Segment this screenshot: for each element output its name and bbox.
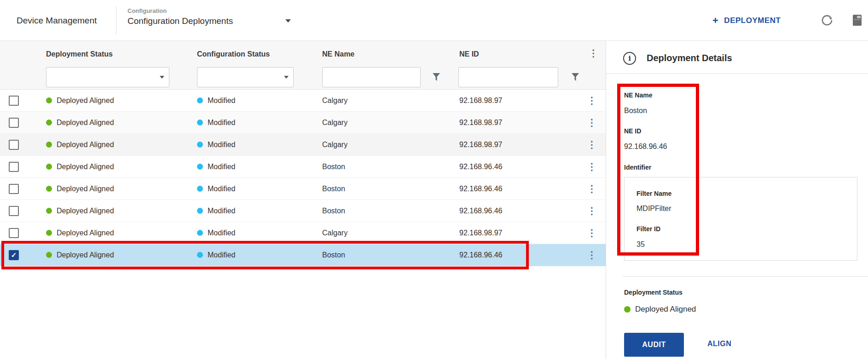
- filter-funnel-icon: [432, 72, 441, 82]
- ne-id-value: 92.168.96.46: [459, 251, 578, 259]
- filter-name-label: Filter Name: [637, 189, 671, 198]
- table-row[interactable]: Deployed Aligned Modified Calgary 92.168…: [0, 112, 606, 134]
- plus-icon: +: [712, 16, 718, 26]
- deployment-status-value: Deployed Aligned: [57, 251, 114, 259]
- configuration-status-dot-icon: [197, 186, 203, 192]
- row-menu-button[interactable]: ⋮: [587, 140, 597, 149]
- row-menu-button[interactable]: ⋮: [587, 96, 597, 105]
- table-body: Deployed Aligned Modified Calgary 92.168…: [0, 90, 606, 266]
- view-switcher-caret-icon[interactable]: [285, 19, 291, 23]
- row-checkbox[interactable]: ✓: [9, 250, 19, 260]
- ne-name-label: NE Name: [624, 91, 652, 100]
- configuration-status-value: Modified: [208, 207, 235, 215]
- table-row[interactable]: Deployed Aligned Modified Calgary 92.168…: [0, 222, 606, 244]
- row-checkbox[interactable]: [9, 162, 19, 172]
- table-row[interactable]: Deployed Aligned Modified Boston 92.168.…: [0, 178, 606, 200]
- ne-name-filter-input[interactable]: [322, 67, 421, 87]
- column-header-configuration-status[interactable]: Configuration Status: [197, 49, 270, 59]
- ne-name-value: Calgary: [322, 97, 459, 105]
- column-header-ne-name[interactable]: NE Name: [322, 49, 354, 59]
- row-checkbox[interactable]: [9, 206, 19, 216]
- table-row[interactable]: Deployed Aligned Modified Boston 92.168.…: [0, 200, 606, 222]
- column-header-deployment-status[interactable]: Deployment Status: [46, 49, 113, 59]
- deployment-status-dot-icon: [46, 120, 52, 125]
- configuration-status-filter[interactable]: [197, 67, 294, 87]
- add-deployment-button[interactable]: + DEPLOYMENT: [712, 0, 781, 41]
- ne-name-value: Calgary: [322, 119, 459, 127]
- deployment-status-dot-icon: [624, 306, 631, 313]
- panel-toggle-button[interactable]: [850, 13, 864, 27]
- ne-name-value: Boston: [322, 251, 459, 259]
- row-menu-button[interactable]: ⋮: [587, 118, 597, 127]
- table-row[interactable]: Deployed Aligned Modified Calgary 92.168…: [0, 134, 606, 156]
- table-header: Deployment Status Configuration Status N…: [0, 41, 606, 90]
- ne-id-filter-button[interactable]: [571, 72, 580, 82]
- chevron-down-icon: [160, 76, 164, 79]
- ne-id-value: 92.168.96.46: [459, 207, 578, 215]
- row-menu-button[interactable]: ⋮: [587, 184, 597, 194]
- deployment-details-panel: i Deployment Details NE Name Boston NE I…: [606, 41, 868, 359]
- row-menu-button[interactable]: ⋮: [587, 162, 597, 171]
- panel-divider: [606, 74, 868, 74]
- configuration-status-dot-icon: [197, 208, 203, 214]
- configuration-status-dot-icon: [197, 230, 203, 236]
- row-checkbox[interactable]: [9, 184, 19, 194]
- row-checkbox[interactable]: [9, 118, 19, 128]
- table-row[interactable]: ✓ Deployed Aligned Modified Boston 92.16…: [0, 244, 606, 266]
- ne-name-value: Boston: [322, 163, 459, 171]
- deployment-status-value: Deployed Aligned: [57, 97, 114, 105]
- ne-id-value: 92.168.98.97: [459, 141, 578, 149]
- deployment-status-dot-icon: [46, 97, 52, 103]
- row-checkbox[interactable]: [9, 228, 19, 238]
- top-bar: Device Management Configuration Configur…: [0, 0, 868, 41]
- filter-name-value: MDIPFilter: [637, 204, 671, 213]
- deployments-table: Deployment Status Configuration Status N…: [0, 41, 606, 359]
- ne-id-value: 92.168.98.97: [459, 229, 578, 237]
- configuration-status-value: Modified: [208, 229, 235, 237]
- column-header-ne-id[interactable]: NE ID: [459, 49, 479, 59]
- deployment-status-value: Deployed Aligned: [57, 141, 114, 149]
- deployment-status-dot-icon: [46, 252, 52, 258]
- ne-name-value: Calgary: [322, 229, 459, 237]
- deployment-status-value: Deployed Aligned: [57, 185, 114, 193]
- filter-funnel-icon: [571, 72, 580, 82]
- deployment-status-value: Deployed Aligned: [57, 163, 114, 171]
- topbar-divider: [116, 6, 116, 34]
- deployment-status-dot-icon: [46, 186, 52, 192]
- deployment-status-dot-icon: [46, 142, 52, 148]
- ne-name-filter-button[interactable]: [432, 72, 441, 82]
- audit-button[interactable]: AUDIT: [624, 333, 684, 357]
- view-switcher[interactable]: Configuration Configuration Deployments: [127, 7, 233, 27]
- configuration-status-value: Modified: [208, 141, 235, 149]
- align-button[interactable]: ALIGN: [705, 339, 734, 348]
- row-menu-button[interactable]: ⋮: [587, 206, 597, 216]
- refresh-button[interactable]: [820, 13, 834, 27]
- ne-id-filter-input[interactable]: [458, 67, 558, 87]
- ne-name-value: Boston: [322, 207, 459, 215]
- deployment-status-label: Deployment Status: [624, 288, 683, 297]
- configuration-status-value: Modified: [208, 185, 235, 193]
- configuration-status-value: Modified: [208, 119, 235, 127]
- deployment-status-dot-icon: [46, 164, 52, 170]
- ne-id-value: 92.168.98.97: [459, 119, 578, 127]
- table-row[interactable]: Deployed Aligned Modified Calgary 92.168…: [0, 90, 606, 112]
- device-management-app: Device Management Configuration Configur…: [0, 0, 868, 359]
- row-menu-button[interactable]: ⋮: [587, 250, 597, 260]
- row-checkbox[interactable]: [9, 140, 19, 150]
- column-settings-button[interactable]: ⋮: [589, 48, 598, 58]
- filter-id-label: Filter ID: [637, 224, 660, 234]
- add-deployment-label: DEPLOYMENT: [724, 16, 781, 25]
- ne-name-value: Calgary: [322, 141, 459, 149]
- ne-id-value: 92.168.98.97: [459, 97, 578, 105]
- deployment-status-filter[interactable]: [46, 67, 169, 87]
- row-checkbox[interactable]: [9, 96, 19, 106]
- row-menu-button[interactable]: ⋮: [587, 228, 597, 238]
- configuration-status-value: Modified: [208, 163, 235, 171]
- panel-title: Deployment Details: [647, 53, 732, 63]
- ne-name-value: Boston: [322, 185, 459, 193]
- configuration-status-value: Modified: [208, 97, 235, 105]
- table-row[interactable]: Deployed Aligned Modified Boston 92.168.…: [0, 156, 606, 178]
- configuration-status-dot-icon: [197, 164, 203, 170]
- ne-name-value: Boston: [624, 106, 647, 115]
- configuration-status-dot-icon: [197, 252, 203, 258]
